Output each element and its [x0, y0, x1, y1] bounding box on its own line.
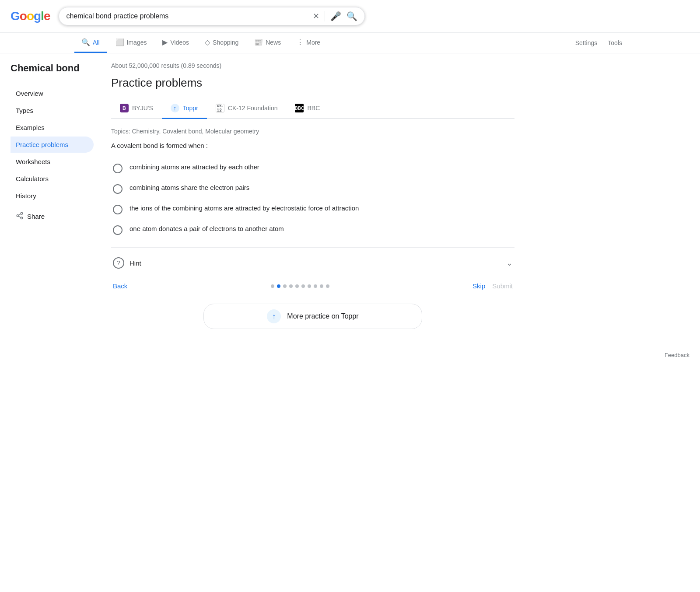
submit-button: Submit	[492, 282, 513, 290]
sidebar-nav: Overview Types Examples Practice problem…	[10, 85, 94, 204]
shopping-tab-icon: ◇	[205, 38, 210, 46]
sidebar-item-worksheets[interactable]: Worksheets	[10, 154, 94, 170]
feedback-link[interactable]: Feedback	[665, 352, 690, 358]
divider-hint	[111, 247, 514, 248]
radio-option-3[interactable]	[113, 205, 122, 214]
mic-icon[interactable]: 🎤	[330, 11, 341, 21]
sidebar-item-history[interactable]: History	[10, 188, 94, 204]
answer-option-1[interactable]: combining atoms are attracted by each ot…	[111, 158, 514, 179]
dot-8	[320, 284, 323, 288]
more-practice-row: ↑ More practice on Toppr	[111, 297, 514, 336]
svg-line-4	[18, 214, 21, 215]
search-bar-icons: ✕ 🎤 🔍	[313, 11, 357, 21]
sidebar-item-practice[interactable]: Practice problems	[10, 137, 94, 153]
source-tab-toppr[interactable]: ↑ Toppr	[162, 98, 207, 119]
more-practice-button[interactable]: ↑ More practice on Toppr	[203, 304, 422, 329]
settings-tools: Settings Tools	[572, 34, 626, 52]
sidebar-item-overview[interactable]: Overview	[10, 85, 94, 102]
pagination-dots	[271, 284, 329, 288]
tab-news[interactable]: 📰 News	[247, 33, 288, 53]
bbc-logo: BBC	[295, 104, 304, 112]
settings-link[interactable]: Settings	[572, 34, 601, 52]
source-tab-bbc-label: BBC	[307, 105, 320, 112]
search-input[interactable]	[66, 12, 309, 20]
hint-chevron-icon: ⌄	[506, 258, 513, 268]
share-label: Share	[27, 213, 45, 220]
more-practice-label: More practice on Toppr	[287, 312, 358, 320]
hint-row[interactable]: ? Hint ⌄	[111, 251, 514, 275]
back-button[interactable]: Back	[113, 282, 127, 290]
source-tab-byjus[interactable]: B BYJU'S	[111, 98, 162, 119]
share-icon	[16, 212, 24, 221]
answer-option-3[interactable]: the ions of the combining atoms are attr…	[111, 199, 514, 220]
search-bar: ✕ 🎤 🔍	[59, 7, 365, 25]
dot-3	[289, 284, 293, 288]
tab-shopping[interactable]: ◇ Shopping	[198, 33, 245, 53]
svg-point-1	[17, 214, 19, 217]
dot-9	[326, 284, 329, 288]
tools-link[interactable]: Tools	[604, 34, 626, 52]
source-tab-toppr-label: Toppr	[183, 105, 198, 112]
dot-0	[271, 284, 274, 288]
sidebar: Chemical bond Overview Types Examples Pr…	[10, 62, 107, 336]
byju-logo: B	[120, 104, 129, 112]
skip-button[interactable]: Skip	[472, 282, 485, 290]
search-tab-icon: 🔍	[81, 38, 90, 46]
content: About 52,000,000 results (0.89 seconds) …	[107, 62, 514, 336]
tab-shopping-label: Shopping	[213, 39, 238, 46]
tab-images[interactable]: ⬜ Images	[108, 33, 154, 53]
tab-more-label: More	[306, 39, 320, 46]
nav-row: Back Skip Submit	[111, 275, 514, 297]
source-tab-bbc[interactable]: BBC BBC	[286, 98, 329, 119]
radio-option-4[interactable]	[113, 225, 122, 235]
feedback-row: Feedback	[0, 345, 700, 362]
source-tabs: B BYJU'S ↑ Toppr ck-12 CK-12 Foundation …	[111, 98, 514, 119]
topics: Topics: Chemistry, Covalent bond, Molecu…	[111, 128, 514, 135]
radio-option-2[interactable]	[113, 184, 122, 194]
option-1-text: combining atoms are attracted by each ot…	[130, 163, 259, 171]
svg-point-2	[21, 217, 23, 219]
sidebar-item-types[interactable]: Types	[10, 102, 94, 119]
header: Google ✕ 🎤 🔍	[0, 0, 700, 33]
dot-7	[314, 284, 317, 288]
toppr-logo: ↑	[171, 104, 179, 112]
dot-1	[277, 284, 280, 288]
news-tab-icon: 📰	[254, 38, 263, 46]
google-logo: Google	[10, 9, 50, 23]
clear-icon[interactable]: ✕	[313, 11, 319, 21]
dot-5	[301, 284, 305, 288]
answer-option-2[interactable]: combining atoms share the electron pairs	[111, 179, 514, 199]
answer-options: combining atoms are attracted by each ot…	[111, 158, 514, 240]
section-title: Practice problems	[111, 76, 514, 90]
results-count: About 52,000,000 results (0.89 seconds)	[111, 62, 514, 69]
source-tab-ck12-label: CK-12 Foundation	[228, 105, 278, 112]
tab-all[interactable]: 🔍 All	[74, 33, 107, 53]
search-submit-icon[interactable]: 🔍	[346, 11, 357, 21]
tab-videos[interactable]: ▶ Videos	[155, 33, 196, 53]
tab-news-label: News	[266, 39, 281, 46]
source-tab-byjus-label: BYJU'S	[132, 105, 153, 112]
question-text: A covalent bond is formed when :	[111, 142, 514, 149]
hint-question-icon: ?	[113, 257, 124, 269]
svg-point-0	[21, 212, 23, 214]
dot-2	[283, 284, 287, 288]
main-layout: Chemical bond Overview Types Examples Pr…	[0, 53, 525, 345]
nav-actions: Skip Submit	[472, 282, 513, 290]
dot-6	[308, 284, 311, 288]
ck12-logo: ck-12	[216, 104, 224, 112]
sidebar-item-examples[interactable]: Examples	[10, 119, 94, 136]
tab-more[interactable]: ⋮ More	[290, 33, 327, 53]
toppr-circle-icon: ↑	[267, 309, 281, 323]
more-tab-icon: ⋮	[297, 38, 304, 46]
sidebar-title: Chemical bond	[10, 62, 94, 75]
radio-option-1[interactable]	[113, 164, 122, 173]
sidebar-share[interactable]: Share	[10, 207, 94, 225]
answer-option-4[interactable]: one atom donates a pair of electrons to …	[111, 220, 514, 240]
sidebar-item-calculators[interactable]: Calculators	[10, 171, 94, 187]
svg-line-3	[18, 216, 21, 217]
videos-tab-icon: ▶	[162, 38, 168, 46]
divider	[325, 11, 325, 21]
tab-images-label: Images	[127, 39, 147, 46]
source-tab-ck12[interactable]: ck-12 CK-12 Foundation	[207, 98, 287, 119]
images-tab-icon: ⬜	[116, 38, 124, 46]
